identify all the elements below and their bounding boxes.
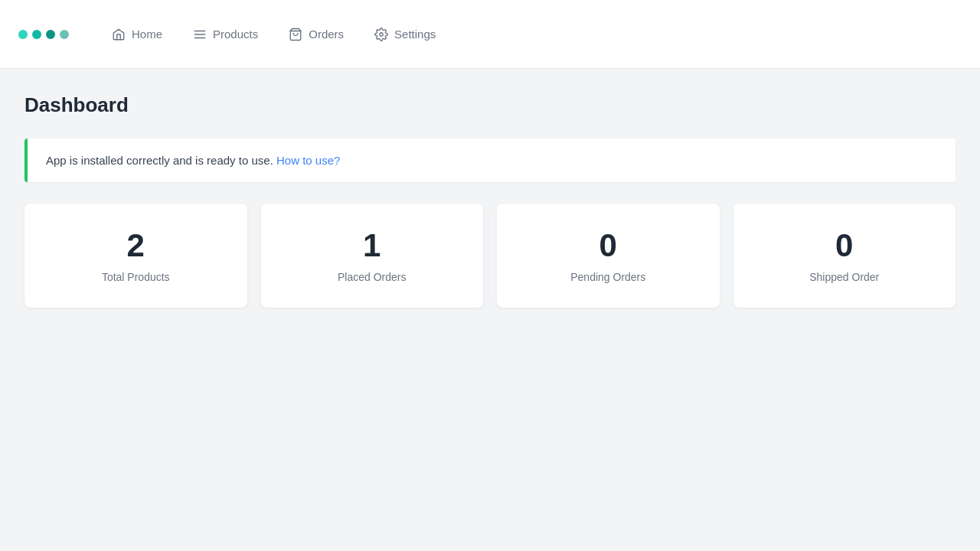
alert-link[interactable]: How to use? <box>276 154 340 167</box>
logo-dot-4 <box>60 30 69 39</box>
main-content: Dashboard App is installed correctly and… <box>0 69 980 551</box>
main-nav: Home Products Orders <box>100 21 448 47</box>
stat-label-shipped-order: Shipped Order <box>809 271 879 283</box>
nav-label-products: Products <box>213 28 258 41</box>
stat-label-total-products: Total Products <box>102 271 170 283</box>
stat-card-shipped-order: 0 Shipped Order <box>733 204 956 308</box>
stat-card-pending-orders: 0 Pending Orders <box>497 204 720 308</box>
list-icon <box>193 28 207 41</box>
alert-banner: App is installed correctly and is ready … <box>24 139 956 182</box>
svg-point-4 <box>380 32 384 36</box>
alert-message: App is installed correctly and is ready … <box>46 154 273 167</box>
cart-icon <box>289 28 302 41</box>
stat-value-pending-orders: 0 <box>599 228 617 263</box>
page-title: Dashboard <box>24 93 956 117</box>
stat-card-total-products: 2 Total Products <box>24 204 247 308</box>
stat-value-total-products: 2 <box>127 228 145 263</box>
logo-dot-3 <box>46 30 55 39</box>
stats-grid: 2 Total Products 1 Placed Orders 0 Pendi… <box>24 204 956 308</box>
header: Home Products Orders <box>0 0 980 69</box>
logo-dot-1 <box>18 30 28 39</box>
nav-item-products[interactable]: Products <box>181 21 270 47</box>
stat-value-shipped-order: 0 <box>835 228 853 263</box>
stat-label-pending-orders: Pending Orders <box>570 271 645 283</box>
logo <box>18 30 69 39</box>
nav-item-settings[interactable]: Settings <box>362 21 448 47</box>
nav-label-settings: Settings <box>394 28 436 41</box>
stat-label-placed-orders: Placed Orders <box>338 271 406 283</box>
stat-card-placed-orders: 1 Placed Orders <box>261 204 484 308</box>
home-icon <box>112 28 126 41</box>
nav-item-home[interactable]: Home <box>100 21 175 47</box>
nav-label-orders: Orders <box>309 28 344 41</box>
gear-icon <box>374 28 388 41</box>
logo-dot-2 <box>32 30 41 39</box>
stat-value-placed-orders: 1 <box>363 228 381 263</box>
nav-item-orders[interactable]: Orders <box>276 21 356 47</box>
nav-label-home: Home <box>132 28 162 41</box>
